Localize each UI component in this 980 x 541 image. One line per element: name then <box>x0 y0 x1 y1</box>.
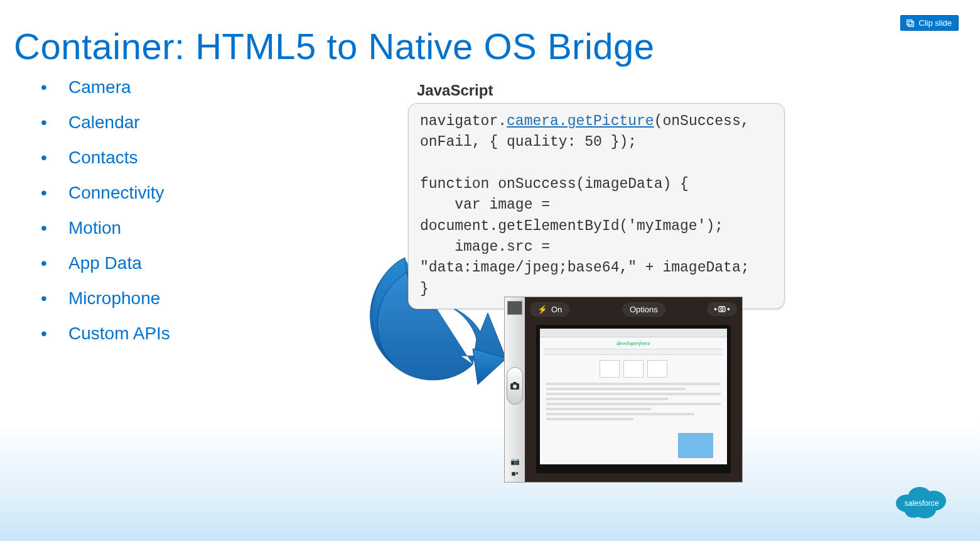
code-box: navigator.camera.getPicture(onSuccess, o… <box>408 103 785 309</box>
shutter-button[interactable] <box>507 367 523 405</box>
svg-point-4 <box>513 385 517 388</box>
flash-toggle[interactable]: ⚡ On <box>530 302 569 317</box>
video-small-icon: ■• <box>511 469 518 478</box>
code-section: JavaScript navigator.camera.getPicture(o… <box>408 82 785 309</box>
camera-small-icon: 📷 <box>510 457 520 466</box>
salesforce-logo-text: salesforce <box>905 499 939 508</box>
camera-viewfinder: ⚡ On Options developerforce <box>525 297 742 482</box>
svg-rect-3 <box>513 382 517 384</box>
list-item-label: Contacts <box>68 148 138 167</box>
camera-sidebar: 📷 ■• <box>505 297 525 482</box>
salesforce-logo: salesforce <box>892 481 951 522</box>
flash-label: On <box>551 305 562 314</box>
list-item-label: Calendar <box>68 112 140 132</box>
svg-point-6 <box>721 308 723 310</box>
clip-slide-label: Clip slide <box>918 18 952 28</box>
list-item-label: Camera <box>68 77 131 97</box>
slide: Clip slide Container: HTML5 to Native OS… <box>0 0 980 541</box>
svg-rect-0 <box>907 19 912 25</box>
feature-list: Camera Calendar Contacts Connectivity Mo… <box>41 79 170 360</box>
monitor-in-photo: developerforce <box>536 325 731 473</box>
code-text: navigator. <box>420 113 507 129</box>
list-item: Motion <box>41 219 170 237</box>
list-item: Connectivity <box>41 184 170 202</box>
list-item: Contacts <box>41 149 170 167</box>
slide-title: Container: HTML5 to Native OS Bridge <box>14 25 655 67</box>
list-item: Camera <box>41 79 170 96</box>
clip-icon <box>906 19 915 28</box>
list-item-label: Microphone <box>68 288 160 308</box>
list-item: Custom APIs <box>41 325 170 342</box>
list-item-label: Connectivity <box>68 183 164 202</box>
clip-slide-button[interactable]: Clip slide <box>900 15 959 31</box>
flip-camera-button[interactable] <box>707 302 737 316</box>
list-item-label: App Data <box>68 253 142 273</box>
camera-mode-toggle[interactable]: 📷 ■• <box>510 457 520 478</box>
thumbnail-icon <box>507 301 522 315</box>
list-item: Microphone <box>41 290 170 307</box>
code-text: function onSuccess(imageData) { var imag… <box>420 176 750 297</box>
code-heading: JavaScript <box>417 82 785 99</box>
code-underlined: camera.getPicture <box>507 113 654 129</box>
flash-icon: ⚡ <box>537 305 547 314</box>
svg-rect-5 <box>719 307 725 312</box>
monitor-screen: developerforce <box>540 329 727 464</box>
options-label: Options <box>630 305 658 314</box>
camera-icon <box>510 381 520 390</box>
list-item-label: Custom APIs <box>68 324 170 343</box>
list-item: App Data <box>41 254 170 272</box>
website-brand: developerforce <box>540 340 727 346</box>
flip-camera-icon <box>713 305 731 314</box>
options-button[interactable]: Options <box>622 302 665 317</box>
list-item-label: Motion <box>68 218 121 238</box>
svg-rect-1 <box>909 21 914 26</box>
list-item: Calendar <box>41 114 170 131</box>
camera-app-screenshot: 📷 ■• ⚡ On Options <box>504 297 743 483</box>
